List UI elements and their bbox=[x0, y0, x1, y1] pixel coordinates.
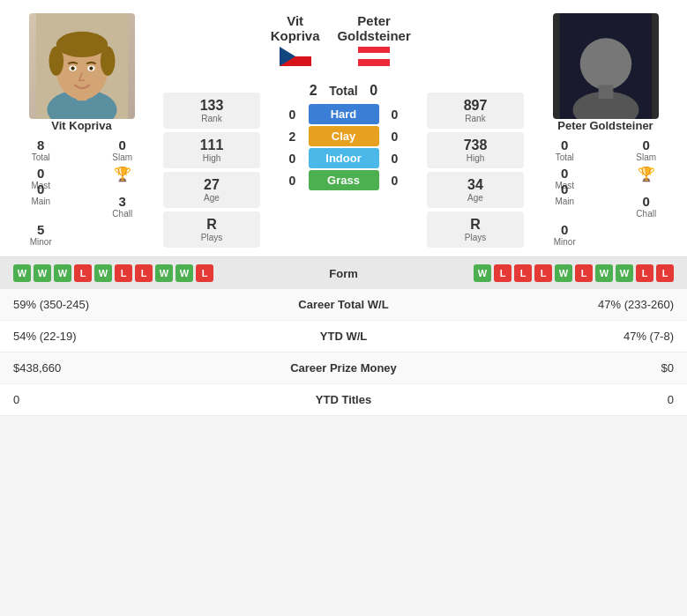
stats-left-val: 59% (350-245) bbox=[0, 289, 241, 321]
trophy-icon-right: 🏆 bbox=[638, 166, 655, 182]
right-player-photo bbox=[553, 13, 659, 119]
right-total-stat: 0 Total bbox=[528, 137, 601, 162]
form-badge: L bbox=[494, 264, 512, 282]
stats-right-val: 47% (7-8) bbox=[446, 321, 687, 353]
right-header-name: Peter Goldsteiner bbox=[325, 13, 422, 43]
form-section: WWWLWLLWWL Form WLLLWLWWLL bbox=[0, 256, 687, 289]
left-form: WWWLWLLWWL bbox=[13, 264, 300, 282]
form-badge: L bbox=[135, 264, 153, 282]
left-main-stat: 0 Main bbox=[4, 182, 78, 219]
stats-center-label: Career Total W/L bbox=[241, 289, 447, 321]
indoor-row: 0 Indoor 0 bbox=[265, 148, 422, 168]
right-player-stats: 0 Total 0 Slam 0 Mast 🏆 0 Main bbox=[528, 137, 683, 247]
center-col: Vit Kopriva Peter Goldsteiner bbox=[265, 13, 422, 192]
left-rank-box: 133 Rank bbox=[163, 93, 260, 129]
form-badge: L bbox=[514, 264, 532, 282]
form-badge: L bbox=[656, 264, 674, 282]
form-badge: W bbox=[155, 264, 173, 282]
stats-center-label: YTD Titles bbox=[241, 384, 447, 416]
left-header-name: Vit Kopriva bbox=[265, 13, 325, 43]
right-flag bbox=[358, 47, 390, 69]
left-slam-stat: 0 Slam bbox=[86, 137, 160, 162]
left-player-stats: 8 Total 0 Slam 0 Mast 🏆 0 Main bbox=[4, 137, 159, 247]
left-flag bbox=[280, 47, 311, 69]
left-high-box: 111 High bbox=[163, 132, 260, 168]
form-badge: L bbox=[74, 264, 92, 282]
form-badge: L bbox=[196, 264, 213, 282]
svg-rect-15 bbox=[358, 53, 390, 60]
right-main-stat: 0 Main bbox=[528, 182, 601, 219]
svg-point-5 bbox=[49, 47, 63, 76]
trophy-icon-left: 🏆 bbox=[114, 166, 131, 182]
svg-rect-14 bbox=[358, 47, 390, 54]
right-player-col: Peter Goldsteiner 0 Total 0 Slam 0 Mast … bbox=[528, 13, 683, 247]
right-trophy: 🏆 bbox=[610, 166, 683, 190]
form-badge: W bbox=[175, 264, 193, 282]
stats-right-val: 47% (233-260) bbox=[446, 289, 687, 321]
form-badge: W bbox=[595, 264, 613, 282]
form-badge: W bbox=[94, 264, 112, 282]
form-badge: W bbox=[13, 264, 31, 282]
stats-table: 59% (350-245) Career Total W/L 47% (233-… bbox=[0, 289, 687, 416]
right-stats-col: 897 Rank 738 High 34 Age R Plays bbox=[422, 93, 528, 248]
svg-point-9 bbox=[71, 67, 74, 71]
stats-left-val: 0 bbox=[0, 384, 241, 416]
right-form: WLLLWLWWLL bbox=[388, 264, 675, 282]
svg-point-6 bbox=[100, 47, 115, 76]
stats-row: 54% (22-19) YTD W/L 47% (7-8) bbox=[0, 321, 687, 353]
form-badge: L bbox=[575, 264, 593, 282]
stats-right-val: 0 bbox=[446, 384, 687, 416]
stats-row: 59% (350-245) Career Total W/L 47% (233-… bbox=[0, 289, 687, 321]
stats-center-label: YTD W/L bbox=[241, 321, 447, 353]
right-minor-stat: 0 Minor bbox=[528, 222, 601, 247]
svg-rect-20 bbox=[598, 85, 613, 99]
form-badge: L bbox=[534, 264, 552, 282]
stats-center-label: Career Prize Money bbox=[241, 353, 447, 384]
form-badge: W bbox=[616, 264, 633, 282]
right-slam-stat: 0 Slam bbox=[610, 137, 683, 162]
stats-row: $438,660 Career Prize Money $0 bbox=[0, 353, 687, 384]
svg-rect-16 bbox=[358, 59, 390, 66]
left-player-name: Vit Kopriva bbox=[51, 119, 111, 132]
svg-point-4 bbox=[56, 32, 107, 57]
svg-point-19 bbox=[579, 38, 631, 89]
stats-right-val: $0 bbox=[446, 353, 687, 384]
form-badge: W bbox=[54, 264, 71, 282]
stats-left-val: $438,660 bbox=[0, 353, 241, 384]
comparison-section: Vit Kopriva 8 Total 0 Slam 0 Mast 🏆 bbox=[0, 0, 687, 252]
left-player-photo bbox=[29, 13, 135, 119]
left-total-stat: 8 Total bbox=[4, 137, 78, 162]
hard-row: 0 Hard 0 bbox=[265, 104, 422, 124]
left-player-col: Vit Kopriva 8 Total 0 Slam 0 Mast 🏆 bbox=[4, 13, 159, 247]
form-badge: W bbox=[555, 264, 572, 282]
right-plays-box: R Plays bbox=[427, 212, 524, 248]
stats-left-val: 54% (22-19) bbox=[0, 321, 241, 353]
right-player-name: Peter Goldsteiner bbox=[557, 119, 653, 132]
left-plays-box: R Plays bbox=[163, 212, 260, 248]
form-badge: W bbox=[34, 264, 51, 282]
left-chall-stat: 3 Chall bbox=[86, 194, 160, 219]
left-age-box: 27 Age bbox=[163, 172, 260, 208]
form-badge: L bbox=[636, 264, 653, 282]
total-row: 2 Total 0 bbox=[304, 83, 382, 99]
clay-row: 2 Clay 0 bbox=[265, 126, 422, 146]
form-badge: L bbox=[115, 264, 132, 282]
left-trophy: 🏆 bbox=[86, 166, 160, 190]
right-chall-stat: 0 Chall bbox=[610, 194, 683, 219]
grass-row: 0 Grass 0 bbox=[265, 170, 422, 190]
right-rank-box: 897 Rank bbox=[427, 93, 524, 129]
right-high-box: 738 High bbox=[427, 132, 524, 168]
left-player-header: Vit Kopriva bbox=[265, 13, 325, 69]
svg-point-10 bbox=[89, 67, 93, 71]
form-label: Form bbox=[309, 267, 379, 280]
left-stats-col: 133 Rank 111 High 27 Age R Plays bbox=[159, 93, 265, 248]
right-player-header: Peter Goldsteiner bbox=[325, 13, 422, 69]
right-age-box: 34 Age bbox=[427, 172, 524, 208]
main-container: Vit Kopriva 8 Total 0 Slam 0 Mast 🏆 bbox=[0, 0, 687, 416]
form-badge: W bbox=[474, 264, 491, 282]
stats-row: 0 YTD Titles 0 bbox=[0, 384, 687, 416]
left-minor-stat: 5 Minor bbox=[4, 222, 78, 247]
